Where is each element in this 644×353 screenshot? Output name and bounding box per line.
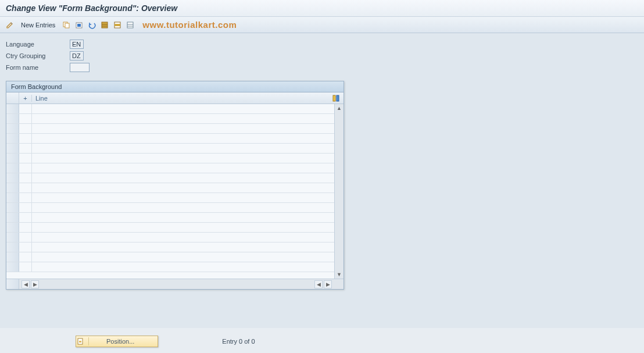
entry-count-label: Entry 0 of 0 — [222, 338, 255, 345]
row-plus-cell[interactable] — [19, 213, 32, 222]
change-icon[interactable] — [5, 20, 15, 30]
row-plus-cell[interactable] — [19, 252, 32, 262]
row-line-cell[interactable] — [32, 144, 334, 153]
vertical-scrollbar[interactable]: ▲ ▼ — [334, 104, 344, 279]
row-line-cell[interactable] — [32, 262, 334, 272]
copy-icon[interactable] — [61, 20, 71, 30]
row-selector[interactable] — [6, 243, 19, 252]
row-line-cell[interactable] — [32, 193, 334, 202]
row-line-cell[interactable] — [32, 134, 334, 143]
svg-rect-9 — [127, 22, 133, 28]
ctry-grouping-field[interactable]: DZ — [70, 51, 84, 60]
row-selector[interactable] — [6, 262, 19, 272]
table-panel: Form Background + Line — [6, 81, 344, 290]
row-plus-cell[interactable] — [19, 173, 32, 183]
row-line-cell[interactable] — [32, 124, 334, 133]
page-title: Change View "Form Background": Overview — [0, 0, 644, 17]
row-selector[interactable] — [6, 144, 19, 153]
row-plus-cell[interactable] — [19, 134, 32, 143]
row-line-cell[interactable] — [32, 243, 334, 252]
scroll-left-start-icon[interactable]: ◀ — [22, 280, 30, 288]
table-config-icon[interactable] — [332, 94, 344, 102]
row-plus-cell[interactable] — [19, 183, 32, 192]
row-plus-cell[interactable] — [19, 163, 32, 173]
column-line[interactable]: Line — [32, 95, 332, 102]
row-line-cell[interactable] — [32, 203, 334, 212]
undo-icon[interactable] — [87, 20, 97, 30]
row-plus-cell[interactable] — [19, 154, 32, 163]
table-rows — [6, 104, 334, 279]
position-icon — [76, 337, 89, 345]
form-name-field[interactable] — [70, 63, 90, 72]
row-selector[interactable] — [6, 163, 19, 173]
row-plus-cell[interactable] — [19, 223, 32, 232]
svg-rect-13 — [337, 95, 339, 101]
toolbar: New Entries www.tutorialkart.com — [0, 17, 644, 33]
language-label: Language — [6, 41, 70, 48]
row-plus-cell[interactable] — [19, 193, 32, 202]
svg-rect-1 — [65, 23, 69, 28]
horizontal-scrollbar: ◀ ▶ ◀ ▶ — [6, 279, 344, 289]
row-line-cell[interactable] — [32, 163, 334, 173]
row-plus-cell[interactable] — [19, 262, 32, 272]
row-selector[interactable] — [6, 124, 19, 133]
row-line-cell[interactable] — [32, 173, 334, 183]
row-line-cell[interactable] — [32, 183, 334, 192]
new-entries-button[interactable]: New Entries — [17, 20, 59, 30]
form-area: Language EN Ctry Grouping DZ Form name — [6, 39, 638, 73]
table-title: Form Background — [6, 81, 344, 92]
content-area: Language EN Ctry Grouping DZ Form name F… — [0, 33, 644, 328]
scroll-left-icon[interactable]: ▶ — [31, 280, 39, 288]
svg-rect-4 — [102, 22, 108, 28]
svg-rect-8 — [115, 24, 120, 26]
column-plus[interactable]: + — [19, 95, 32, 102]
header-row-selector[interactable] — [6, 92, 19, 104]
svg-rect-3 — [77, 24, 81, 27]
row-selector[interactable] — [6, 193, 19, 202]
scroll-right-end-icon[interactable]: ▶ — [324, 280, 332, 288]
scroll-up-icon[interactable]: ▲ — [337, 104, 342, 112]
row-plus-cell[interactable] — [19, 203, 32, 212]
position-button[interactable]: Position... — [76, 336, 158, 347]
row-selector[interactable] — [6, 223, 19, 232]
row-line-cell[interactable] — [32, 233, 334, 242]
deselect-all-icon[interactable] — [125, 20, 135, 30]
select-all-icon[interactable] — [99, 20, 110, 30]
row-selector[interactable] — [6, 154, 19, 163]
row-plus-cell[interactable] — [19, 124, 32, 133]
row-line-cell[interactable] — [32, 252, 334, 262]
row-selector[interactable] — [6, 183, 19, 192]
row-selector[interactable] — [6, 104, 19, 113]
row-selector[interactable] — [6, 114, 19, 123]
row-plus-cell[interactable] — [19, 144, 32, 153]
row-selector[interactable] — [6, 203, 19, 212]
scroll-right-icon[interactable]: ◀ — [314, 280, 323, 288]
row-selector[interactable] — [6, 173, 19, 183]
row-line-cell[interactable] — [32, 114, 334, 123]
row-plus-cell[interactable] — [19, 233, 32, 242]
svg-rect-12 — [333, 95, 335, 101]
row-line-cell[interactable] — [32, 104, 334, 113]
footer: Position... Entry 0 of 0 — [0, 330, 644, 353]
row-selector[interactable] — [6, 213, 19, 222]
row-line-cell[interactable] — [32, 154, 334, 163]
select-block-icon[interactable] — [112, 20, 123, 30]
row-line-cell[interactable] — [32, 223, 334, 232]
row-selector[interactable] — [6, 252, 19, 262]
delete-icon[interactable] — [74, 20, 84, 30]
language-field[interactable]: EN — [70, 40, 84, 49]
svg-rect-15 — [79, 341, 81, 343]
row-selector[interactable] — [6, 233, 19, 242]
ctry-grouping-label: Ctry Grouping — [6, 52, 70, 59]
position-label: Position... — [89, 338, 158, 345]
row-plus-cell[interactable] — [19, 114, 32, 123]
scroll-down-icon[interactable]: ▼ — [337, 270, 342, 279]
watermark-text: www.tutorialkart.com — [142, 20, 237, 30]
row-plus-cell[interactable] — [19, 243, 32, 252]
table-header: + Line — [6, 92, 344, 104]
row-plus-cell[interactable] — [19, 104, 32, 113]
row-selector[interactable] — [6, 134, 19, 143]
row-line-cell[interactable] — [32, 213, 334, 222]
form-name-label: Form name — [6, 64, 70, 71]
